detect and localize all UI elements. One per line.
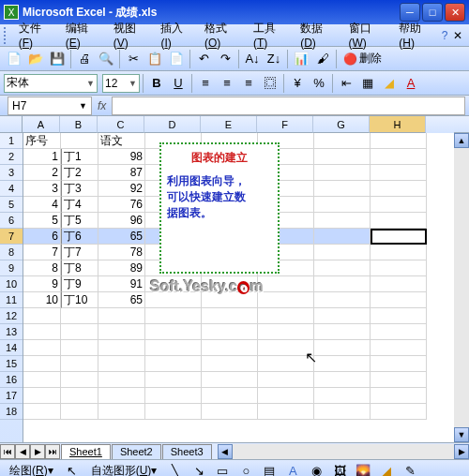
align-left-button[interactable]: ≡ [195, 73, 216, 94]
sheet-tab-3[interactable]: Sheet3 [162, 444, 212, 459]
open-button[interactable]: 📂 [25, 49, 46, 69]
rownum-7[interactable]: 7 [0, 229, 23, 245]
cell-A12[interactable] [23, 308, 61, 324]
cell-D17[interactable] [145, 388, 202, 404]
cell-A17[interactable] [23, 388, 61, 404]
new-button[interactable]: 📄 [4, 49, 24, 69]
cell-F10[interactable] [258, 276, 314, 292]
cell-H15[interactable] [371, 356, 427, 372]
cell-H6[interactable] [371, 213, 427, 229]
cell-A6[interactable]: 5 [23, 213, 61, 229]
scroll-right-button[interactable]: ▶ [454, 444, 469, 459]
menu-tools[interactable]: 工具(T) [248, 19, 293, 52]
cell-C17[interactable] [98, 388, 145, 404]
picture-button[interactable]: 🌄 [353, 461, 373, 477]
linecolor-button[interactable]: ✎ [400, 461, 420, 477]
rownum-2[interactable]: 2 [0, 149, 23, 165]
wordart-button[interactable]: A [282, 461, 303, 477]
cell-A3[interactable]: 2 [23, 165, 61, 181]
rownum-18[interactable]: 18 [0, 404, 23, 420]
cell-B8[interactable]: 丁7 [61, 245, 98, 260]
chart-button[interactable]: 📊 [291, 49, 311, 69]
colhead-H[interactable]: H [370, 116, 426, 133]
rownum-17[interactable]: 17 [0, 388, 23, 404]
font-combo[interactable]: 宋体▼ [4, 74, 98, 93]
borders-button[interactable]: ▦ [357, 73, 378, 94]
textbox-button[interactable]: ▤ [259, 461, 280, 477]
cell-D14[interactable] [145, 340, 202, 356]
cell-E18[interactable] [202, 404, 258, 420]
cell-B18[interactable] [61, 404, 98, 420]
cell-F18[interactable] [258, 404, 314, 420]
cell-C15[interactable] [98, 356, 145, 372]
cell-H9[interactable] [371, 260, 427, 276]
cell-C6[interactable]: 96 [98, 213, 145, 229]
draw-menu[interactable]: 绘图(R)▾ [4, 461, 59, 476]
cell-B14[interactable] [61, 340, 98, 356]
cell-G11[interactable] [314, 292, 371, 308]
cell-G10[interactable] [314, 276, 371, 292]
cell-B3[interactable]: 丁2 [61, 165, 98, 181]
colhead-G[interactable]: G [313, 116, 370, 133]
rownum-5[interactable]: 5 [0, 197, 23, 213]
drawing-button[interactable]: 🖌 [312, 49, 333, 69]
cell-A5[interactable]: 4 [23, 197, 61, 213]
doc-close-button[interactable]: ✕ [449, 29, 465, 42]
currency-button[interactable]: ¥ [287, 73, 308, 94]
oval-button[interactable]: ○ [235, 461, 256, 477]
colhead-E[interactable]: E [201, 116, 257, 133]
tab-first-button[interactable]: ⏮ [0, 444, 15, 459]
cell-H16[interactable] [371, 372, 427, 388]
cell-C11[interactable]: 65 [98, 292, 145, 308]
cell-B2[interactable]: 丁1 [61, 149, 98, 165]
cell-C9[interactable]: 89 [98, 260, 145, 276]
cell-B11[interactable]: 丁10 [61, 292, 98, 308]
cell-D12[interactable] [145, 308, 202, 324]
cut-button[interactable]: ✂ [123, 49, 144, 69]
cell-G6[interactable] [314, 213, 371, 229]
cell-H1[interactable] [371, 133, 427, 149]
rownum-16[interactable]: 16 [0, 372, 23, 388]
cell-C18[interactable] [98, 404, 145, 420]
line-button[interactable]: ╲ [165, 461, 186, 477]
cell-C2[interactable]: 98 [98, 149, 145, 165]
cell-C3[interactable]: 87 [98, 165, 145, 181]
rownum-4[interactable]: 4 [0, 181, 23, 197]
sort-desc-button[interactable]: Z↓ [264, 49, 284, 69]
cell-C14[interactable] [98, 340, 145, 356]
cell-H3[interactable] [371, 165, 427, 181]
cell-B9[interactable]: 丁8 [61, 260, 98, 276]
sheet-tab-1[interactable]: Sheet1 [61, 444, 111, 459]
select-object-button[interactable]: ↖ [62, 461, 83, 477]
rect-button[interactable]: ▭ [212, 461, 233, 477]
cell-B4[interactable]: 丁3 [61, 181, 98, 197]
cell-B5[interactable]: 丁4 [61, 197, 98, 213]
cell-G4[interactable] [314, 181, 371, 197]
rownum-9[interactable]: 9 [0, 260, 23, 276]
cell-A1[interactable]: 序号 [23, 133, 61, 149]
cell-H13[interactable] [371, 324, 427, 340]
cell-D13[interactable] [145, 324, 202, 340]
cell-H2[interactable] [371, 149, 427, 165]
fillcolor-draw-button[interactable]: ◢ [376, 461, 397, 477]
formula-bar[interactable] [112, 97, 465, 115]
tab-last-button[interactable]: ⏭ [45, 444, 60, 459]
tab-next-button[interactable]: ▶ [30, 444, 45, 459]
paste-button[interactable]: 📄 [166, 49, 187, 69]
cell-E15[interactable] [202, 356, 258, 372]
cell-E13[interactable] [202, 324, 258, 340]
diagram-button[interactable]: ◉ [306, 461, 326, 477]
cell-F17[interactable] [258, 388, 314, 404]
rownum-14[interactable]: 14 [0, 340, 23, 356]
cell-G3[interactable] [314, 165, 371, 181]
cell-A8[interactable]: 7 [23, 245, 61, 260]
cell-G8[interactable] [314, 245, 371, 260]
name-box[interactable]: H7▼ [8, 97, 92, 115]
cell-H7[interactable] [371, 229, 427, 245]
clipart-button[interactable]: 🖼 [329, 461, 350, 477]
cell-H17[interactable] [371, 388, 427, 404]
cell-G1[interactable] [314, 133, 371, 149]
menubar-grip[interactable] [4, 27, 9, 44]
fontcolor-button[interactable]: A [401, 73, 421, 94]
colhead-A[interactable]: A [23, 116, 60, 133]
